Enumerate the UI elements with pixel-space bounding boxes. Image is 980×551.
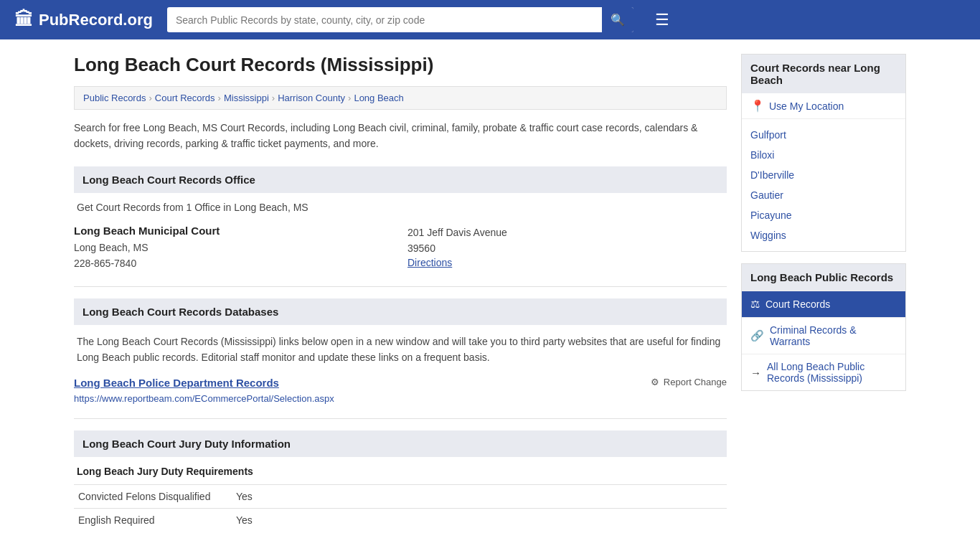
- nearby-city-item: Gautier: [742, 185, 905, 205]
- search-input[interactable]: [167, 9, 602, 32]
- menu-button[interactable]: ☰: [655, 11, 669, 29]
- office-left: Long Beach Municipal Court Long Beach, M…: [74, 225, 393, 272]
- databases-description: The Long Beach Court Records (Mississipp…: [74, 334, 727, 366]
- nearby-city-link[interactable]: D'Iberville: [750, 169, 794, 181]
- pub-records-link[interactable]: All Long Beach Public Records (Mississip…: [767, 361, 897, 384]
- breadcrumb-public-records[interactable]: Public Records: [83, 93, 146, 103]
- nearby-city-item: Wiggins: [742, 225, 905, 245]
- jury-section-header: Long Beach Court Jury Duty Information: [74, 430, 727, 457]
- pub-records-item[interactable]: 🔗Criminal Records & Warrants: [742, 317, 905, 354]
- search-bar: 🔍: [167, 7, 633, 32]
- pub-records-header: Long Beach Public Records: [742, 264, 905, 291]
- page-title: Long Beach Court Records (Mississippi): [74, 54, 727, 76]
- main-container: Long Beach Court Records (Mississippi) P…: [60, 39, 920, 546]
- pub-records-link[interactable]: Criminal Records & Warrants: [770, 324, 897, 347]
- search-button[interactable]: 🔍: [602, 7, 633, 32]
- jury-value: Yes: [232, 509, 727, 532]
- office-name: Long Beach Municipal Court: [74, 225, 393, 237]
- pub-records-item[interactable]: ⚖Court Records: [742, 291, 905, 317]
- pub-records-list: ⚖Court Records🔗Criminal Records & Warran…: [742, 291, 905, 390]
- breadcrumb: Public Records › Court Records › Mississ…: [74, 86, 727, 110]
- office-description: Get Court Records from 1 Office in Long …: [74, 202, 727, 213]
- header: 🏛 PubRecord.org 🔍 ☰: [0, 0, 980, 39]
- jury-table: Convicted Felons DisqualifiedYesEnglish …: [74, 484, 727, 532]
- nearby-city-link[interactable]: Picayune: [750, 209, 792, 221]
- jury-table-row: English RequiredYes: [74, 509, 727, 532]
- breadcrumb-court-records[interactable]: Court Records: [155, 93, 215, 103]
- nearby-box: Court Records near Long Beach 📍 Use My L…: [741, 54, 906, 252]
- office-city: Long Beach, MS: [74, 240, 393, 255]
- office-section-header: Long Beach Court Records Office: [74, 166, 727, 193]
- report-change-label: Report Change: [664, 377, 727, 387]
- nearby-city-link[interactable]: Wiggins: [750, 230, 786, 241]
- page-description: Search for free Long Beach, MS Court Rec…: [74, 120, 727, 152]
- databases-section-header: Long Beach Court Records Databases: [74, 298, 727, 325]
- jury-table-row: Convicted Felons DisqualifiedYes: [74, 485, 727, 509]
- location-icon: 📍: [750, 99, 765, 113]
- divider-1: [74, 286, 727, 287]
- office-zip: 39560: [407, 240, 727, 256]
- logo-text: PubRecord.org: [39, 11, 153, 29]
- jury-value: Yes: [232, 485, 727, 509]
- nearby-city-item: Picayune: [742, 205, 905, 225]
- main-content: Long Beach Court Records (Mississippi) P…: [74, 54, 727, 532]
- database-entry: Long Beach Police Department Records ⚙ R…: [74, 377, 727, 389]
- police-records-link[interactable]: Long Beach Police Department Records: [74, 377, 279, 389]
- rec-icon: 🔗: [750, 329, 764, 342]
- rec-icon: →: [750, 367, 761, 379]
- nearby-city-item: Biloxi: [742, 145, 905, 165]
- office-entry: Long Beach Municipal Court Long Beach, M…: [74, 225, 727, 272]
- jury-sub-header: Long Beach Jury Duty Requirements: [74, 466, 727, 477]
- report-change-icon: ⚙: [651, 377, 659, 387]
- logo-icon: 🏛: [14, 9, 33, 31]
- pub-records-link[interactable]: Court Records: [765, 298, 830, 310]
- pub-records-item[interactable]: →All Long Beach Public Records (Mississi…: [742, 354, 905, 390]
- jury-label: Convicted Felons Disqualified: [74, 485, 232, 509]
- use-location-label: Use My Location: [769, 100, 844, 112]
- database-url[interactable]: https://www.reportbeam.com/ECommercePort…: [74, 393, 727, 404]
- pub-records-box: Long Beach Public Records ⚖Court Records…: [741, 263, 906, 391]
- nearby-city-item: Gulfport: [742, 125, 905, 145]
- breadcrumb-mississippi[interactable]: Mississippi: [224, 93, 269, 103]
- directions-link[interactable]: Directions: [407, 257, 452, 268]
- site-logo[interactable]: 🏛 PubRecord.org: [14, 9, 153, 31]
- rec-icon: ⚖: [750, 298, 760, 311]
- office-address: 201 Jeff Davis Avenue: [407, 225, 727, 240]
- office-right: 201 Jeff Davis Avenue 39560 Directions: [407, 225, 727, 272]
- nearby-header: Court Records near Long Beach: [742, 55, 905, 93]
- jury-label: English Required: [74, 509, 232, 532]
- office-phone: 228-865-7840: [74, 255, 393, 271]
- breadcrumb-harrison-county[interactable]: Harrison County: [278, 93, 345, 103]
- use-location-button[interactable]: 📍 Use My Location: [742, 93, 905, 119]
- sidebar: Court Records near Long Beach 📍 Use My L…: [741, 54, 906, 532]
- nearby-cities-list: GulfportBiloxiD'IbervilleGautierPicayune…: [742, 119, 905, 251]
- breadcrumb-long-beach[interactable]: Long Beach: [354, 93, 403, 103]
- divider-2: [74, 418, 727, 419]
- nearby-city-link[interactable]: Gautier: [750, 189, 783, 201]
- nearby-city-link[interactable]: Biloxi: [750, 149, 774, 161]
- nearby-city-item: D'Iberville: [742, 165, 905, 185]
- report-change-button[interactable]: ⚙ Report Change: [651, 377, 727, 387]
- nearby-city-link[interactable]: Gulfport: [750, 129, 786, 141]
